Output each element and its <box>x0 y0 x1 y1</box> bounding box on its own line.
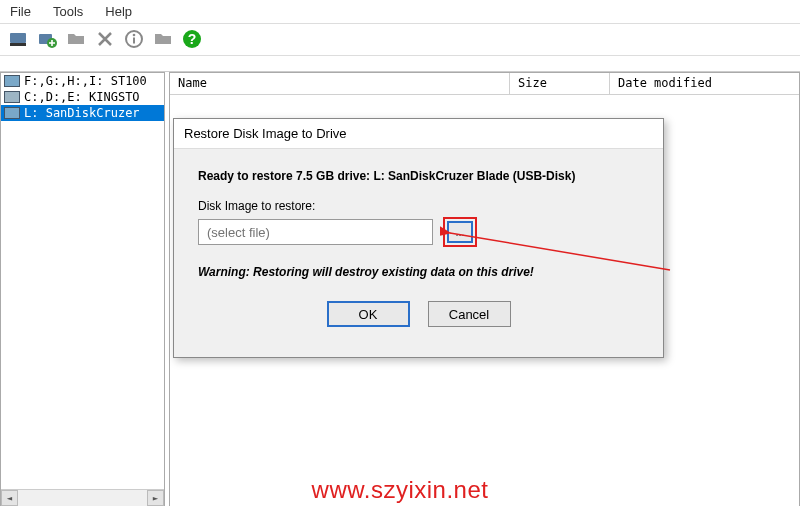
col-size[interactable]: Size <box>510 73 610 95</box>
ok-button[interactable]: OK <box>327 301 410 327</box>
svg-text:?: ? <box>188 31 197 47</box>
disk-icon[interactable] <box>8 29 28 49</box>
add-disk-icon[interactable] <box>37 29 57 49</box>
image-path-input[interactable] <box>198 219 433 245</box>
cancel-button[interactable]: Cancel <box>428 301 511 327</box>
tree-scrollbar[interactable]: ◄ ► <box>1 489 164 506</box>
drive-item-selected[interactable]: L: SanDiskCruzer <box>1 105 164 121</box>
col-date[interactable]: Date modified <box>610 73 799 95</box>
drive-item[interactable]: C:,D:,E: KINGSTO <box>1 89 164 105</box>
ssd-icon <box>4 91 20 103</box>
list-header: Name Size Date modified <box>170 73 799 95</box>
warning-text: Warning: Restoring will destroy existing… <box>198 265 645 279</box>
ready-text: Ready to restore 7.5 GB drive: L: SanDis… <box>198 169 645 183</box>
scroll-right-icon[interactable]: ► <box>147 490 164 506</box>
drive-tree: F:,G:,H:,I: ST100 C:,D:,E: KINGSTO L: Sa… <box>0 72 165 506</box>
drive-label: L: SanDiskCruzer <box>24 106 140 120</box>
svg-rect-6 <box>133 38 135 44</box>
image-label: Disk Image to restore: <box>198 199 645 213</box>
menu-file[interactable]: File <box>8 2 33 21</box>
help-icon[interactable]: ? <box>182 29 202 49</box>
drive-item[interactable]: F:,G:,H:,I: ST100 <box>1 73 164 89</box>
svg-rect-1 <box>10 43 26 46</box>
restore-dialog: Restore Disk Image to Drive Ready to res… <box>173 118 664 358</box>
browse-button[interactable]: ... <box>447 221 473 243</box>
toolbar: ? <box>0 24 800 56</box>
svg-rect-0 <box>10 33 26 43</box>
drive-label: C:,D:,E: KINGSTO <box>24 90 140 104</box>
col-name[interactable]: Name <box>170 73 510 95</box>
browse-highlight: ... <box>443 217 477 247</box>
watermark-url: www.szyixin.net <box>312 476 489 504</box>
info-icon[interactable] <box>124 29 144 49</box>
menubar: File Tools Help <box>0 0 800 24</box>
folder2-icon[interactable] <box>153 29 173 49</box>
drive-label: F:,G:,H:,I: ST100 <box>24 74 147 88</box>
dialog-title: Restore Disk Image to Drive <box>174 119 663 149</box>
hdd-icon <box>4 75 20 87</box>
menu-tools[interactable]: Tools <box>51 2 85 21</box>
menu-help[interactable]: Help <box>103 2 134 21</box>
usb-icon <box>4 107 20 119</box>
scroll-left-icon[interactable]: ◄ <box>1 490 18 506</box>
svg-point-5 <box>133 34 136 37</box>
delete-icon[interactable] <box>95 29 115 49</box>
folder-icon[interactable] <box>66 29 86 49</box>
